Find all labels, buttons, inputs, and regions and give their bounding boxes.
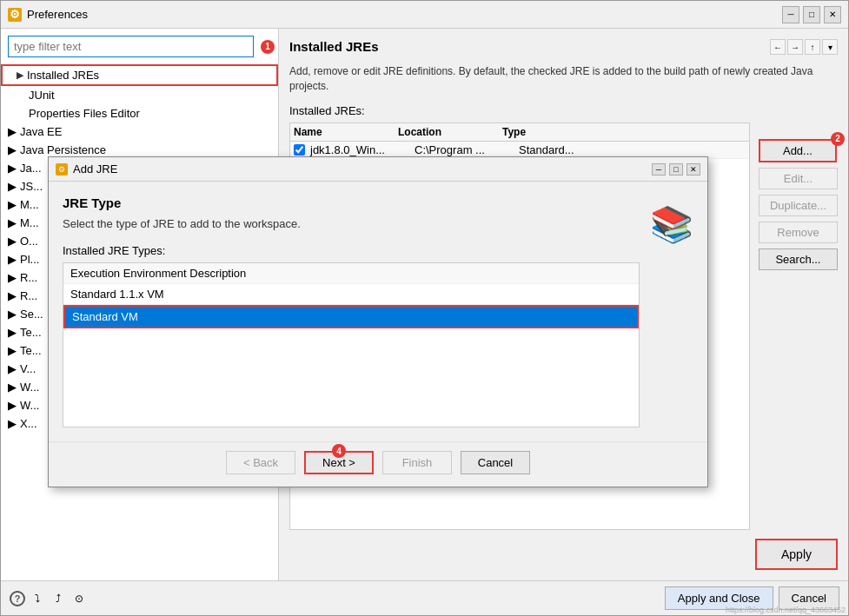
tree-arrow-icon: ▶ [8,180,17,193]
sidebar-item-label: Java Persistence [20,143,106,156]
tree-arrow-icon: ▶ [8,326,17,339]
minimize-button[interactable]: ─ [782,6,799,23]
remove-button[interactable]: Remove [759,222,838,243]
jre-type-standard-11x[interactable]: Standard 1.1.x VM [63,284,639,305]
tree-arrow-icon: ▶ [8,162,17,175]
dialog-cancel-button[interactable]: Cancel [461,451,530,474]
sidebar-item-label: Te... [20,344,42,357]
jre-type: Standard... [519,143,606,156]
books-icon: 📚 [650,204,693,245]
col-location-header: Location [398,126,502,138]
dialog-minimize-button[interactable]: ─ [652,163,666,176]
sidebar-item-label: R... [20,271,37,284]
installed-jres-label: Installed JREs: [289,104,750,117]
forward-nav-button[interactable]: → [787,39,803,55]
sidebar-item-installed-jres[interactable]: ▶ Installed JREs [1,64,278,86]
tree-arrow-icon: ▶ [8,143,17,156]
sidebar-item-properties-editor[interactable]: Properties Files Editor [1,104,278,123]
next-button-wrapper: 4 Next > [304,451,374,474]
dialog-title: Add JRE [73,162,652,176]
dropdown-nav-button[interactable]: ▾ [822,39,838,55]
help-icon[interactable]: ? [10,591,25,606]
jre-types-list: Execution Environment Description Standa… [63,262,640,427]
jre-type-title: JRE Type [63,195,640,210]
dialog-close-button[interactable]: ✕ [686,163,700,176]
dialog-body: JRE Type Select the type of JRE to add t… [49,182,707,441]
search-button[interactable]: Search... [759,248,838,270]
sidebar-item-label: R... [20,289,37,302]
tree-arrow-icon: ▶ [8,344,17,357]
bottom-icons: ? ⤵ ⤴ ⊙ [10,590,88,607]
dialog-title-bar: ⚙ Add JRE ─ □ ✕ [49,157,707,182]
jre-type-desc: Select the type of JRE to add to the wor… [63,217,640,230]
dialog-icon: ⚙ [56,163,68,176]
add-button-wrapper: Add... 2 [759,139,838,162]
sidebar-item-label: JUnit [29,89,55,102]
sidebar-item-label: Se... [20,308,43,321]
filter-badge: 1 [261,40,275,54]
sidebar-item-label: W... [20,399,39,412]
apply-button[interactable]: Apply [755,539,838,570]
back-button[interactable]: < Back [226,451,295,474]
dialog-controls: ─ □ ✕ [652,163,700,176]
jre-checkbox[interactable] [294,144,305,156]
import-icon[interactable]: ⤴ [50,590,67,607]
right-buttons: Add... 2 Edit... Duplicate... Remove Sea… [759,104,838,530]
maximize-button[interactable]: □ [803,6,820,23]
duplicate-button[interactable]: Duplicate... [759,195,838,216]
tree-arrow-icon: ▶ [8,216,17,229]
sidebar-item-label: Ja... [20,162,42,175]
col-type-header: Type [502,126,589,138]
tree-arrow-icon: ▶ [17,70,23,81]
up-nav-button[interactable]: ↑ [805,39,820,55]
tree-arrow-icon: ▶ [8,362,17,375]
add-badge: 2 [831,132,845,146]
sidebar-item-label: M... [20,198,39,211]
tree-arrow-icon: ▶ [8,399,17,412]
tree-arrow-icon: ▶ [8,253,17,266]
dialog-footer: < Back 4 Next > Finish Cancel [49,441,707,487]
jre-type-standard-vm[interactable]: Standard VM [63,305,639,328]
tree-arrow-icon: ▶ [8,289,17,302]
sidebar-item-label: M... [20,216,39,229]
sidebar-item-label: Installed JREs [27,69,99,82]
sidebar-item-label: Properties Files Editor [29,107,140,120]
dialog-maximize-button[interactable]: □ [669,163,683,176]
back-nav-button[interactable]: ← [770,39,786,55]
tree-arrow-icon: ▶ [8,271,17,284]
panel-description: Add, remove or edit JRE definitions. By … [289,64,838,94]
tree-arrow-icon: ▶ [8,198,17,211]
sidebar-item-label: V... [20,362,36,375]
jre-location: C:\Program ... [415,143,519,156]
edit-button[interactable]: Edit... [759,168,838,189]
jre-type-header: Execution Environment Description [63,263,639,284]
sidebar-item-label: W... [20,381,39,394]
tree-arrow-icon: ▶ [8,381,17,394]
info-icon[interactable]: ⊙ [70,590,88,607]
preferences-title-bar: ⚙ Preferences ─ □ ✕ [1,1,848,29]
jre-table-header: Name Location Type [290,123,749,142]
close-button[interactable]: ✕ [824,6,841,23]
tree-arrow-icon: ▶ [8,308,17,321]
dialog-right: 📚 [650,195,693,427]
finish-button[interactable]: Finish [382,451,452,474]
sidebar-item-label: Pl... [20,253,39,266]
installed-types-label: Installed JRE Types: [63,244,640,257]
watermark: https://blog.csdn.net/qq_43663452 [726,606,846,614]
dialog-left: JRE Type Select the type of JRE to add t… [63,195,640,427]
export-icon[interactable]: ⤵ [29,590,46,607]
tree-arrow-icon: ▶ [8,235,17,248]
add-button[interactable]: Add... [759,139,837,162]
preferences-icon: ⚙ [8,8,22,22]
filter-input[interactable] [8,36,254,57]
window-controls: ─ □ ✕ [782,6,841,23]
bottom-bar: ? ⤵ ⤴ ⊙ Apply and Close Cancel [1,580,848,615]
sidebar-item-label: Java EE [20,125,62,138]
nav-arrows: ← → ↑ ▾ [770,39,838,55]
next-badge: 4 [332,444,346,458]
preferences-title: Preferences [27,8,782,21]
add-jre-dialog: ⚙ Add JRE ─ □ ✕ JRE Type Select the type… [48,156,708,487]
sidebar-item-junit[interactable]: JUnit [1,86,278,104]
sidebar-item-java-ee[interactable]: ▶ Java EE [1,123,278,141]
jre-name: jdk1.8.0_Win... [310,143,415,156]
